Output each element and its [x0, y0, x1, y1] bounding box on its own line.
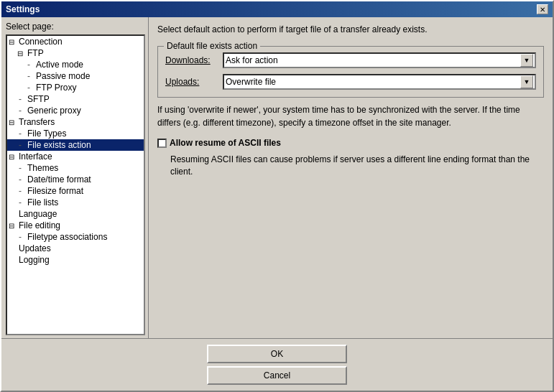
uploads-value: Overwrite file — [226, 77, 520, 87]
right-panel: Select default action to perform if targ… — [149, 17, 553, 338]
info-text: If using 'overwrite if newer', your syst… — [157, 103, 544, 129]
tree-item-interface[interactable]: ⊟Interface — [7, 151, 144, 162]
downloads-value: Ask for action — [226, 55, 520, 65]
cancel-button[interactable]: Cancel — [207, 366, 347, 385]
tree-item-file-types[interactable]: -File Types — [7, 128, 144, 139]
tree-item-file-editing[interactable]: ⊟File editing — [7, 220, 144, 231]
tree-item-logging[interactable]: Logging — [7, 254, 144, 266]
tree-item-sftp[interactable]: -SFTP — [7, 93, 144, 105]
tree-item-connection[interactable]: ⊟Connection — [7, 36, 144, 47]
uploads-combo-button[interactable]: ▼ — [520, 75, 533, 88]
tree-item-language[interactable]: Language — [7, 208, 144, 220]
tree-item-passive-mode[interactable]: -Passive mode — [7, 70, 144, 82]
uploads-label: Uploads: — [165, 77, 223, 87]
uploads-row: Uploads: Overwrite file ▼ — [165, 74, 536, 90]
tree-item-transfers[interactable]: ⊟Transfers — [7, 116, 144, 128]
tree-item-datetime-format[interactable]: -Date/time format — [7, 174, 144, 185]
tree-container[interactable]: ⊟Connection⊟FTP-Active mode-Passive mode… — [6, 34, 145, 335]
dialog-title: Settings — [6, 4, 40, 14]
ascii-resume-description: Resuming ASCII files can cause problems … — [170, 154, 544, 178]
tree-item-themes[interactable]: -Themes — [7, 162, 144, 174]
tree-item-active-mode[interactable]: -Active mode — [7, 59, 144, 70]
tree-item-filetype-associations[interactable]: -Filetype associations — [7, 231, 144, 243]
tree-item-ftp[interactable]: ⊟FTP — [7, 47, 144, 59]
tree-item-file-exists-action[interactable]: -File exists action — [7, 139, 144, 151]
right-description: Select default action to perform if targ… — [157, 24, 544, 34]
ascii-resume-row: Allow resume of ASCII files — [157, 138, 544, 148]
ascii-resume-label[interactable]: Allow resume of ASCII files — [170, 138, 281, 148]
dialog-body: Select page: ⊟Connection⊟FTP-Active mode… — [1, 17, 553, 338]
downloads-row: Downloads: Ask for action ▼ — [165, 52, 536, 68]
default-file-exists-groupbox: Default file exists action Downloads: As… — [157, 46, 544, 98]
title-bar: Settings ✕ — [1, 1, 553, 17]
tree-item-generic-proxy[interactable]: -Generic proxy — [7, 105, 144, 116]
ascii-resume-checkbox[interactable] — [157, 139, 167, 148]
uploads-combo[interactable]: Overwrite file ▼ — [223, 74, 536, 90]
tree-item-filesize-format[interactable]: -Filesize format — [7, 185, 144, 197]
tree-item-updates[interactable]: Updates — [7, 243, 144, 254]
left-panel: Select page: ⊟Connection⊟FTP-Active mode… — [1, 17, 149, 338]
settings-dialog: Settings ✕ Select page: ⊟Connection⊟FTP-… — [0, 0, 554, 392]
close-button[interactable]: ✕ — [537, 4, 548, 14]
downloads-label: Downloads: — [165, 55, 223, 65]
tree-item-file-lists[interactable]: -File lists — [7, 197, 144, 208]
ok-button[interactable]: OK — [207, 345, 347, 363]
tree-item-ftp-proxy[interactable]: -FTP Proxy — [7, 82, 144, 93]
select-page-label: Select page: — [6, 22, 145, 32]
bottom-buttons: OK Cancel — [1, 338, 553, 391]
groupbox-legend: Default file exists action — [164, 41, 260, 51]
downloads-combo[interactable]: Ask for action ▼ — [223, 52, 536, 68]
downloads-combo-button[interactable]: ▼ — [520, 54, 533, 67]
